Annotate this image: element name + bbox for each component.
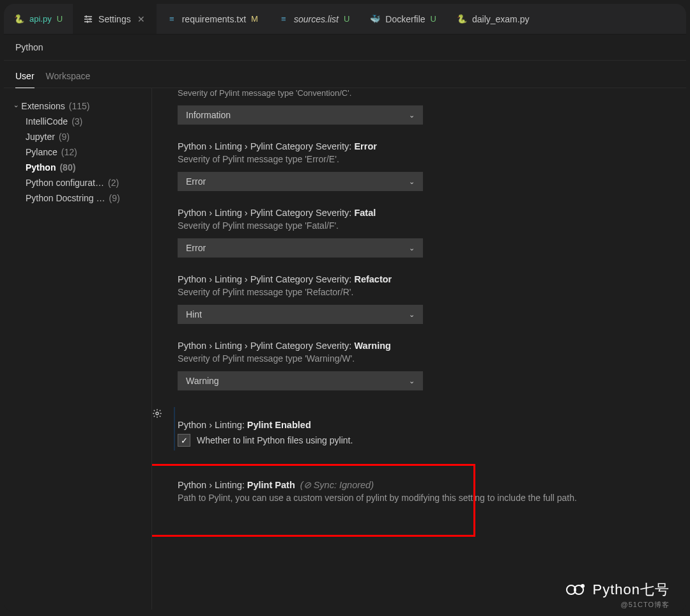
tab-daily-exam[interactable]: 🐍 daily_exam.py xyxy=(447,4,540,34)
tree-count: (12) xyxy=(61,147,77,157)
docker-icon: 🐳 xyxy=(370,14,380,24)
tree-label: Jupyter xyxy=(26,132,55,142)
python-icon: 🐍 xyxy=(14,14,24,24)
file-icon: ≡ xyxy=(279,14,289,24)
chevron-down-icon: ⌄ xyxy=(409,311,415,319)
select-warning-severity[interactable]: Warning ⌄ xyxy=(178,371,423,390)
tree-count: (9) xyxy=(109,193,120,203)
tree-item-python-config[interactable]: Python configurat… (2) xyxy=(9,175,146,190)
tree-item-intellicode[interactable]: IntelliCode (3) xyxy=(9,114,146,129)
select-value: Error xyxy=(186,243,206,253)
checkbox-label: Whether to lint Python files using pylin… xyxy=(197,435,353,445)
settings-sidebar: › Extensions (115) IntelliCode (3) Jupyt… xyxy=(4,88,152,610)
tree-label: Python xyxy=(26,162,56,173)
scope-tabs: User Workspace xyxy=(4,61,686,88)
tree-count: (3) xyxy=(72,116,82,127)
tab-modifier: U xyxy=(57,14,63,24)
tree-label: IntelliCode xyxy=(26,116,68,127)
setting-title: Python › Linting › Pylint Category Sever… xyxy=(178,208,661,218)
tree-label: Python configurat… xyxy=(26,178,104,188)
scope-user[interactable]: User xyxy=(15,67,34,88)
select-value: Error xyxy=(186,176,206,187)
setting-title: Python › Linting: Pylint Enabled xyxy=(178,420,661,430)
setting-title: Python › Linting › Pylint Category Sever… xyxy=(178,274,661,284)
watermark-text: Python七号 xyxy=(593,580,670,599)
python-icon: 🐍 xyxy=(457,14,467,24)
chevron-down-icon: ⌄ xyxy=(409,111,415,119)
setting-description: Severity of Pylint message type 'Error/E… xyxy=(178,154,661,164)
chevron-down-icon: › xyxy=(13,105,20,107)
tree-count: (9) xyxy=(59,132,70,142)
tree-item-python-docstring[interactable]: Python Docstring … (9) xyxy=(9,190,146,206)
gear-icon[interactable] xyxy=(152,408,162,420)
tab-modifier: M xyxy=(251,14,258,24)
tree-count: (115) xyxy=(69,101,90,111)
watermark: Python七号 @51CTO博客 xyxy=(565,580,670,599)
tree-label: Pylance xyxy=(26,147,57,157)
search-text: Python xyxy=(15,42,43,52)
tree-root-extensions[interactable]: › Extensions (115) xyxy=(9,98,146,114)
settings-search[interactable]: Python xyxy=(4,35,686,61)
watermark-sub: @51CTO博客 xyxy=(621,600,670,610)
sync-ignored-icon: ⊘ xyxy=(303,480,311,490)
tree-item-python[interactable]: Python (80) xyxy=(9,160,146,175)
select-refactor-severity[interactable]: Hint ⌄ xyxy=(178,305,423,324)
editor-tabs: 🐍 api.py U Settings ✕ ≡ requirements.txt… xyxy=(4,4,686,35)
chevron-down-icon: ⌄ xyxy=(409,377,415,385)
select-value: Information xyxy=(186,110,231,120)
select-value: Hint xyxy=(186,309,202,320)
chevron-down-icon: ⌄ xyxy=(409,244,415,252)
setting-pylint-enabled: Python › Linting: Pylint Enabled ✓ Wheth… xyxy=(174,407,661,450)
tree-label: Extensions xyxy=(21,101,65,111)
tab-sources-list[interactable]: ≡ sources.list U xyxy=(268,4,360,34)
tab-api-py[interactable]: 🐍 api.py U xyxy=(4,4,73,34)
setting-title: Python › Linting › Pylint Category Sever… xyxy=(178,141,661,151)
svg-point-0 xyxy=(156,412,158,415)
setting-pylint-fatal: Python › Linting › Pylint Category Sever… xyxy=(178,195,661,261)
tree-item-jupyter[interactable]: Jupyter (9) xyxy=(9,129,146,144)
settings-icon xyxy=(83,14,93,24)
tree-label: Python Docstring … xyxy=(26,193,105,203)
svg-point-3 xyxy=(581,584,585,588)
tab-label: sources.list xyxy=(294,14,339,24)
tree-item-pylance[interactable]: Pylance (12) xyxy=(9,144,146,160)
select-error-severity[interactable]: Error ⌄ xyxy=(178,172,423,191)
setting-pylint-refactor: Python › Linting › Pylint Category Sever… xyxy=(178,261,661,328)
tab-modifier: U xyxy=(431,14,436,24)
tab-label: Settings xyxy=(98,14,131,24)
setting-pylint-convention: Severity of Pylint message type 'Convent… xyxy=(178,92,661,128)
tab-label: api.py xyxy=(29,14,52,24)
setting-description: Severity of Pylint message type 'Warning… xyxy=(178,353,661,364)
setting-description: Path to Pylint, you can use a custom ver… xyxy=(178,493,661,503)
select-fatal-severity[interactable]: Error ⌄ xyxy=(178,238,423,258)
tab-label: Dockerfile xyxy=(385,14,425,24)
setting-title: Python › Linting: Pylint Path (⊘ Sync: I… xyxy=(178,480,661,490)
tree-count: (80) xyxy=(59,162,75,173)
chevron-down-icon: ⌄ xyxy=(409,178,415,186)
setting-description: Severity of Pylint message type 'Convent… xyxy=(178,88,661,98)
setting-description: Severity of Pylint message type 'Refacto… xyxy=(178,287,661,297)
tab-settings[interactable]: Settings ✕ xyxy=(73,4,157,34)
settings-main: Severity of Pylint message type 'Convent… xyxy=(152,88,686,610)
scope-workspace[interactable]: Workspace xyxy=(46,67,91,88)
select-value: Warning xyxy=(186,376,219,386)
tree-count: (2) xyxy=(108,178,119,188)
tab-label: daily_exam.py xyxy=(472,14,530,24)
tab-label: requirements.txt xyxy=(182,14,246,24)
tab-dockerfile[interactable]: 🐳 Dockerfile U xyxy=(360,4,447,34)
checkbox-box: ✓ xyxy=(178,434,190,447)
setting-pylint-path: Python › Linting: Pylint Path (⊘ Sync: I… xyxy=(178,467,661,514)
setting-description: Severity of Pylint message type 'Fatal/F… xyxy=(178,220,661,231)
setting-pylint-warning: Python › Linting › Pylint Category Sever… xyxy=(178,328,661,394)
file-icon: ≡ xyxy=(167,14,177,24)
tab-requirements[interactable]: ≡ requirements.txt M xyxy=(157,4,268,34)
setting-title: Python › Linting › Pylint Category Sever… xyxy=(178,341,661,351)
select-convention-severity[interactable]: Information ⌄ xyxy=(178,105,423,125)
tab-modifier: U xyxy=(344,14,349,24)
setting-pylint-error: Python › Linting › Pylint Category Sever… xyxy=(178,128,661,195)
close-icon[interactable]: ✕ xyxy=(136,14,146,24)
pylint-enabled-checkbox[interactable]: ✓ Whether to lint Python files using pyl… xyxy=(178,434,661,447)
